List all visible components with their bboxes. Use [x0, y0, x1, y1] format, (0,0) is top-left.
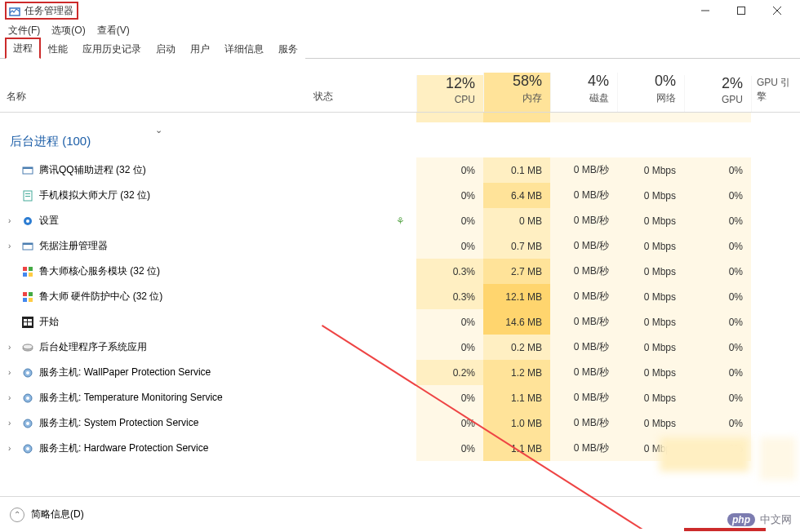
svg-rect-15: [29, 267, 33, 271]
cpu-label: CPU: [417, 94, 475, 105]
gpu-engine-cell: [751, 183, 798, 208]
gpu-engine-cell: [751, 309, 798, 335]
process-row[interactable]: › 服务主机: Temperature Monitoring Service 0…: [0, 385, 800, 410]
svg-rect-6: [23, 167, 33, 169]
network-cell: 0 Mbps: [617, 410, 684, 436]
tab-users[interactable]: 用户: [183, 39, 217, 59]
process-icon: [21, 341, 34, 354]
svg-point-11: [26, 219, 29, 223]
svg-rect-23: [24, 319, 27, 321]
column-disk[interactable]: 4% 磁盘: [550, 73, 617, 112]
menu-file[interactable]: 文件(F): [7, 22, 42, 39]
process-row[interactable]: › 服务主机: System Protection Service 0% 1.0…: [0, 410, 800, 436]
tab-services[interactable]: 服务: [271, 39, 305, 59]
gpu-label: GPU: [685, 94, 743, 105]
process-row[interactable]: › 凭据注册管理器 0% 0.7 MB 0 MB/秒 0 Mbps 0%: [0, 233, 800, 259]
process-icon: [21, 240, 34, 253]
disk-cell: 0 MB/秒: [550, 233, 617, 259]
disk-cell: 0 MB/秒: [550, 436, 617, 461]
expand-chevron-icon[interactable]: ›: [8, 216, 18, 225]
process-name-cell: › 鲁大师核心服务模块 (32 位): [0, 264, 416, 278]
network-cell: 0 Mbps: [617, 208, 684, 233]
cpu-cell: 0%: [416, 157, 483, 183]
tab-performance[interactable]: 性能: [41, 39, 75, 59]
network-percent: 0%: [618, 73, 676, 90]
process-name: 服务主机: System Protection Service: [39, 416, 198, 430]
expand-chevron-icon[interactable]: ›: [8, 242, 18, 250]
maximize-button[interactable]: [723, 0, 759, 21]
process-name-cell: › 腾讯QQ辅助进程 (32 位): [0, 163, 416, 177]
memory-cell: 0.1 MB: [483, 157, 550, 183]
expand-chevron-icon[interactable]: ›: [8, 368, 18, 377]
cpu-cell: 0%: [416, 183, 483, 208]
gpu-cell: 0%: [684, 208, 751, 233]
tab-startup[interactable]: 启动: [149, 39, 183, 59]
tab-processes[interactable]: 进程: [5, 38, 41, 59]
process-name: 服务主机: Temperature Monitoring Service: [39, 391, 223, 405]
chevron-up-circle-icon[interactable]: ⌃: [10, 508, 24, 522]
process-list[interactable]: 后台进程 (100) › 腾讯QQ辅助进程 (32 位) 0% 0.1 MB 0…: [0, 113, 800, 529]
network-cell: 0 Mbps: [617, 309, 684, 335]
column-memory[interactable]: 58% 内存: [483, 73, 550, 112]
memory-cell: 1.1 MB: [483, 385, 550, 410]
process-row[interactable]: › 设置 ⚘ 0% 0 MB 0 MB/秒 0 Mbps 0%: [0, 208, 800, 233]
process-row[interactable]: › 腾讯QQ辅助进程 (32 位) 0% 0.1 MB 0 MB/秒 0 Mbp…: [0, 157, 800, 183]
blur-overlay: [760, 437, 796, 480]
gpu-engine-cell: [751, 233, 798, 259]
svg-rect-26: [28, 322, 32, 326]
expand-chevron-icon[interactable]: ›: [8, 444, 18, 453]
svg-rect-14: [23, 267, 27, 271]
annotation-underline: [684, 528, 766, 531]
disk-cell: 0 MB/秒: [550, 259, 617, 284]
minimize-button[interactable]: [687, 0, 723, 21]
section-background-processes: 后台进程 (100): [0, 122, 800, 157]
close-button[interactable]: [759, 0, 795, 21]
title-highlight: 任务管理器: [5, 2, 78, 20]
disk-percent: 4%: [551, 73, 609, 90]
column-gpu[interactable]: 2% GPU: [684, 75, 751, 112]
menu-options[interactable]: 选项(O): [50, 22, 87, 39]
svg-rect-13: [23, 243, 33, 245]
tabs: 进程 性能 应用历史记录 启动 用户 详细信息 服务: [0, 39, 800, 59]
tab-details[interactable]: 详细信息: [217, 39, 271, 59]
process-name-cell: › 手机模拟大师大厅 (32 位): [0, 188, 416, 202]
cpu-cell: 0%: [416, 208, 483, 233]
memory-cell: 1.0 MB: [483, 410, 550, 436]
process-row[interactable]: › 开始 0% 14.6 MB 0 MB/秒 0 Mbps 0%: [0, 309, 800, 335]
less-details-button[interactable]: 简略信息(D): [31, 508, 84, 521]
column-cpu[interactable]: 12% CPU: [416, 75, 483, 112]
tab-apphistory[interactable]: 应用历史记录: [75, 39, 149, 59]
svg-rect-24: [28, 319, 32, 321]
process-row[interactable]: › 鲁大师 硬件防护中心 (32 位) 0.3% 12.1 MB 0 MB/秒 …: [0, 284, 800, 309]
network-cell: 0 Mbps: [617, 157, 684, 183]
process-row[interactable]: › 鲁大师核心服务模块 (32 位) 0.3% 2.7 MB 0 MB/秒 0 …: [0, 259, 800, 284]
menu-view[interactable]: 查看(V): [96, 22, 131, 39]
leaf-icon: ⚘: [396, 215, 405, 227]
network-cell: 0 Mbps: [617, 360, 684, 385]
network-cell: 0 Mbps: [617, 233, 684, 259]
process-name-cell: › 服务主机: Hardware Protection Service: [0, 441, 416, 455]
svg-rect-9: [25, 196, 30, 197]
cpu-cell: 0%: [416, 436, 483, 461]
gpu-cell: 0%: [684, 335, 751, 360]
svg-rect-8: [25, 193, 30, 194]
process-icon: [21, 417, 34, 430]
process-name: 开始: [39, 315, 59, 329]
expand-chevron-icon[interactable]: ›: [8, 419, 18, 428]
blur-overlay: [660, 437, 749, 472]
memory-cell: 0 MB: [483, 208, 550, 233]
expand-chevron-icon[interactable]: ›: [8, 393, 18, 402]
process-row[interactable]: › 后台处理程序子系统应用 0% 0.2 MB 0 MB/秒 0 Mbps 0%: [0, 335, 800, 360]
column-gpu-engine[interactable]: GPU 引擎: [751, 76, 798, 112]
memory-label: 内存: [484, 91, 542, 105]
disk-cell: 0 MB/秒: [550, 385, 617, 410]
svg-point-34: [26, 422, 29, 425]
window-title: 任务管理器: [24, 4, 73, 18]
memory-cell: 0.7 MB: [483, 233, 550, 259]
process-row[interactable]: › 手机模拟大师大厅 (32 位) 0% 6.4 MB 0 MB/秒 0 Mbp…: [0, 183, 800, 208]
app-icon: [8, 4, 21, 17]
process-row[interactable]: › 服务主机: WallPaper Protection Service 0.2…: [0, 360, 800, 385]
expand-chevron-icon[interactable]: ›: [8, 343, 18, 352]
process-name-cell: › 凭据注册管理器: [0, 239, 416, 253]
column-network[interactable]: 0% 网络: [617, 73, 684, 112]
